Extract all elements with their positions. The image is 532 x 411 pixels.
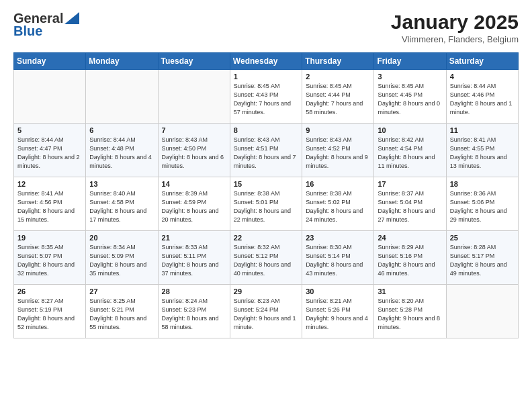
calendar-cell: 6Sunrise: 8:44 AM Sunset: 4:48 PM Daylig… [86, 124, 158, 177]
cell-details: Sunrise: 8:21 AM Sunset: 5:26 PM Dayligh… [306, 297, 370, 332]
cell-details: Sunrise: 8:41 AM Sunset: 4:56 PM Dayligh… [17, 189, 82, 224]
day-number: 3 [378, 73, 442, 81]
cell-details: Sunrise: 8:36 AM Sunset: 5:06 PM Dayligh… [450, 189, 515, 224]
calendar-week-row: 5Sunrise: 8:44 AM Sunset: 4:47 PM Daylig… [14, 124, 519, 177]
weekday-header: Monday [86, 53, 158, 70]
calendar-header-row: SundayMondayTuesdayWednesdayThursdayFrid… [14, 53, 519, 70]
cell-details: Sunrise: 8:23 AM Sunset: 5:24 PM Dayligh… [234, 297, 298, 332]
calendar-cell: 20Sunrise: 8:34 AM Sunset: 5:09 PM Dayli… [86, 231, 158, 285]
cell-details: Sunrise: 8:45 AM Sunset: 4:45 PM Dayligh… [378, 82, 442, 117]
calendar: SundayMondayTuesdayWednesdayThursdayFrid… [13, 52, 519, 338]
calendar-cell: 4Sunrise: 8:44 AM Sunset: 4:46 PM Daylig… [446, 70, 518, 124]
calendar-cell: 12Sunrise: 8:41 AM Sunset: 4:56 PM Dayli… [14, 177, 86, 231]
weekday-header: Thursday [302, 53, 374, 70]
calendar-cell: 11Sunrise: 8:41 AM Sunset: 4:55 PM Dayli… [446, 124, 518, 177]
day-number: 28 [162, 287, 226, 295]
calendar-cell: 3Sunrise: 8:45 AM Sunset: 4:45 PM Daylig… [374, 70, 446, 124]
calendar-cell: 23Sunrise: 8:30 AM Sunset: 5:14 PM Dayli… [302, 231, 374, 285]
day-number: 18 [450, 180, 515, 188]
calendar-cell: 8Sunrise: 8:43 AM Sunset: 4:51 PM Daylig… [230, 124, 302, 177]
day-number: 23 [306, 234, 370, 242]
logo-blue-text: Blue [13, 24, 42, 39]
cell-details: Sunrise: 8:25 AM Sunset: 5:21 PM Dayligh… [89, 297, 154, 332]
calendar-cell: 26Sunrise: 8:27 AM Sunset: 5:19 PM Dayli… [14, 285, 86, 338]
calendar-cell: 7Sunrise: 8:43 AM Sunset: 4:50 PM Daylig… [158, 124, 230, 177]
day-number: 26 [17, 287, 82, 295]
cell-details: Sunrise: 8:43 AM Sunset: 4:51 PM Dayligh… [234, 136, 298, 171]
cell-details: Sunrise: 8:38 AM Sunset: 5:01 PM Dayligh… [234, 189, 298, 224]
day-number: 30 [306, 287, 370, 295]
day-number: 27 [89, 287, 154, 295]
cell-details: Sunrise: 8:37 AM Sunset: 5:04 PM Dayligh… [378, 189, 442, 224]
day-number: 21 [162, 234, 226, 242]
weekday-header: Wednesday [230, 53, 302, 70]
cell-details: Sunrise: 8:20 AM Sunset: 5:28 PM Dayligh… [378, 297, 442, 332]
day-number: 6 [89, 126, 154, 134]
svg-marker-0 [64, 12, 79, 24]
cell-details: Sunrise: 8:43 AM Sunset: 4:50 PM Dayligh… [162, 136, 226, 171]
calendar-cell [446, 285, 518, 338]
title-block: January 2025 Vlimmeren, Flanders, Belgiu… [391, 11, 519, 44]
calendar-cell: 25Sunrise: 8:28 AM Sunset: 5:17 PM Dayli… [446, 231, 518, 285]
day-number: 14 [162, 180, 226, 188]
cell-details: Sunrise: 8:33 AM Sunset: 5:11 PM Dayligh… [162, 243, 226, 278]
calendar-cell: 2Sunrise: 8:45 AM Sunset: 4:44 PM Daylig… [302, 70, 374, 124]
calendar-cell: 29Sunrise: 8:23 AM Sunset: 5:24 PM Dayli… [230, 285, 302, 338]
day-number: 2 [306, 73, 370, 81]
location: Vlimmeren, Flanders, Belgium [391, 34, 519, 44]
cell-details: Sunrise: 8:38 AM Sunset: 5:02 PM Dayligh… [306, 189, 370, 224]
day-number: 19 [17, 234, 82, 242]
weekday-header: Tuesday [158, 53, 230, 70]
cell-details: Sunrise: 8:28 AM Sunset: 5:17 PM Dayligh… [450, 243, 515, 278]
day-number: 8 [234, 126, 298, 134]
cell-details: Sunrise: 8:24 AM Sunset: 5:23 PM Dayligh… [162, 297, 226, 332]
day-number: 24 [378, 234, 442, 242]
cell-details: Sunrise: 8:44 AM Sunset: 4:46 PM Dayligh… [450, 82, 515, 117]
calendar-week-row: 12Sunrise: 8:41 AM Sunset: 4:56 PM Dayli… [14, 177, 519, 231]
day-number: 25 [450, 234, 515, 242]
calendar-cell [86, 70, 158, 124]
weekday-header: Saturday [446, 53, 518, 70]
calendar-cell: 16Sunrise: 8:38 AM Sunset: 5:02 PM Dayli… [302, 177, 374, 231]
page-header: General Blue January 2025 Vlimmeren, Fla… [13, 11, 519, 44]
month-title: January 2025 [391, 11, 519, 33]
weekday-header: Friday [374, 53, 446, 70]
day-number: 7 [162, 126, 226, 134]
cell-details: Sunrise: 8:44 AM Sunset: 4:48 PM Dayligh… [89, 136, 154, 171]
cell-details: Sunrise: 8:43 AM Sunset: 4:52 PM Dayligh… [306, 136, 370, 171]
cell-details: Sunrise: 8:29 AM Sunset: 5:16 PM Dayligh… [378, 243, 442, 278]
calendar-cell: 19Sunrise: 8:35 AM Sunset: 5:07 PM Dayli… [14, 231, 86, 285]
calendar-cell: 22Sunrise: 8:32 AM Sunset: 5:12 PM Dayli… [230, 231, 302, 285]
cell-details: Sunrise: 8:41 AM Sunset: 4:55 PM Dayligh… [450, 136, 515, 171]
day-number: 13 [89, 180, 154, 188]
cell-details: Sunrise: 8:45 AM Sunset: 4:43 PM Dayligh… [234, 82, 298, 117]
calendar-cell: 28Sunrise: 8:24 AM Sunset: 5:23 PM Dayli… [158, 285, 230, 338]
logo-icon [64, 12, 79, 24]
day-number: 4 [450, 73, 515, 81]
day-number: 1 [234, 73, 298, 81]
cell-details: Sunrise: 8:45 AM Sunset: 4:44 PM Dayligh… [306, 82, 370, 117]
calendar-cell [14, 70, 86, 124]
calendar-week-row: 1Sunrise: 8:45 AM Sunset: 4:43 PM Daylig… [14, 70, 519, 124]
cell-details: Sunrise: 8:27 AM Sunset: 5:19 PM Dayligh… [17, 297, 82, 332]
day-number: 29 [234, 287, 298, 295]
calendar-cell: 17Sunrise: 8:37 AM Sunset: 5:04 PM Dayli… [374, 177, 446, 231]
day-number: 31 [378, 287, 442, 295]
day-number: 12 [17, 180, 82, 188]
day-number: 11 [450, 126, 515, 134]
day-number: 20 [89, 234, 154, 242]
calendar-cell: 9Sunrise: 8:43 AM Sunset: 4:52 PM Daylig… [302, 124, 374, 177]
cell-details: Sunrise: 8:35 AM Sunset: 5:07 PM Dayligh… [17, 243, 82, 278]
cell-details: Sunrise: 8:30 AM Sunset: 5:14 PM Dayligh… [306, 243, 370, 278]
cell-details: Sunrise: 8:32 AM Sunset: 5:12 PM Dayligh… [234, 243, 298, 278]
day-number: 15 [234, 180, 298, 188]
day-number: 5 [17, 126, 82, 134]
weekday-header: Sunday [14, 53, 86, 70]
calendar-cell: 5Sunrise: 8:44 AM Sunset: 4:47 PM Daylig… [14, 124, 86, 177]
day-number: 22 [234, 234, 298, 242]
day-number: 10 [378, 126, 442, 134]
cell-details: Sunrise: 8:39 AM Sunset: 4:59 PM Dayligh… [162, 189, 226, 224]
calendar-cell: 10Sunrise: 8:42 AM Sunset: 4:54 PM Dayli… [374, 124, 446, 177]
cell-details: Sunrise: 8:40 AM Sunset: 4:58 PM Dayligh… [89, 189, 154, 224]
calendar-cell [158, 70, 230, 124]
